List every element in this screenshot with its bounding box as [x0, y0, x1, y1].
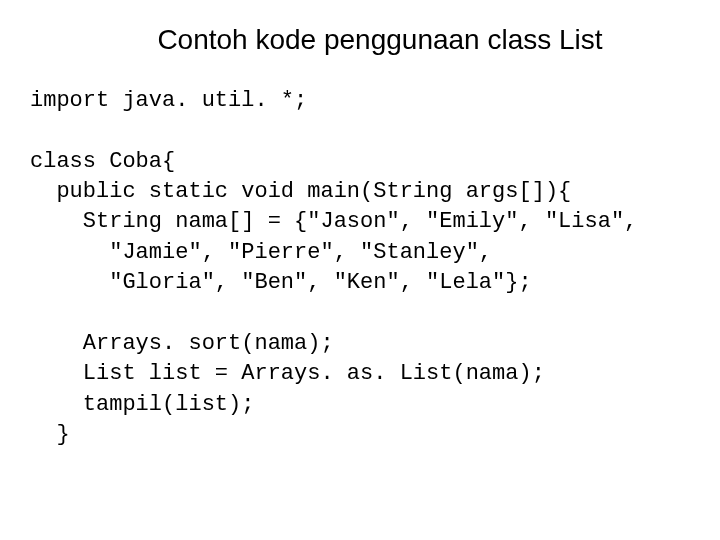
code-example: import java. util. *; class Coba{ public… — [30, 86, 690, 450]
slide-title: Contoh kode penggunaan class List — [30, 24, 690, 56]
slide-container: Contoh kode penggunaan class List import… — [0, 0, 720, 480]
